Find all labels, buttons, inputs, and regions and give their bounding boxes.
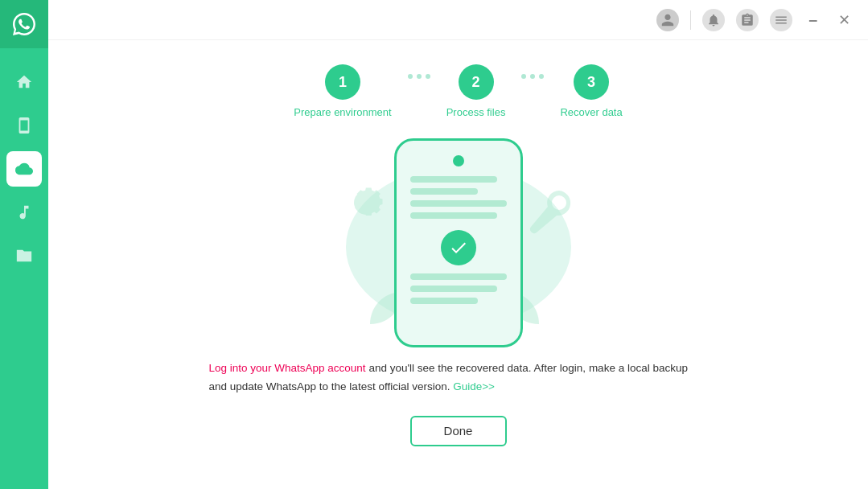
- gear-left-icon: [338, 175, 394, 234]
- dot: [521, 74, 526, 79]
- wrench-right-icon: [523, 183, 571, 242]
- device-icon: [15, 117, 33, 134]
- minimize-button[interactable]: ‒: [804, 11, 822, 29]
- sidebar-item-cloud[interactable]: [6, 151, 42, 187]
- titlebar-divider: [690, 10, 691, 30]
- folder-icon: [15, 247, 33, 265]
- step-2: 2 Process files: [446, 64, 506, 118]
- step-1-circle: 1: [325, 64, 360, 100]
- step-dots-1: [408, 64, 430, 79]
- dot: [530, 74, 535, 79]
- checkmark-circle: [441, 230, 476, 265]
- phone-line: [410, 273, 507, 280]
- dot: [426, 74, 430, 79]
- avatar-icon: [660, 13, 675, 27]
- close-button[interactable]: ✕: [833, 11, 855, 29]
- phone-illustration: [394, 138, 523, 347]
- phone-line: [410, 200, 507, 207]
- step-2-number: 2: [472, 74, 480, 91]
- menu-icon: [774, 13, 788, 27]
- music-icon: [15, 203, 33, 221]
- info-highlight: Log into your WhatsApp account: [209, 362, 366, 374]
- guide-link[interactable]: Guide>>: [453, 380, 495, 392]
- dot: [408, 74, 413, 79]
- dot: [417, 74, 422, 79]
- info-text-block: Log into your WhatsApp account and you'l…: [209, 360, 708, 397]
- step-1-number: 1: [339, 74, 347, 91]
- step-3-number: 3: [587, 74, 595, 91]
- step-3-circle: 3: [574, 64, 609, 100]
- phone-line: [410, 298, 478, 304]
- content-area: 1 Prepare environment 2 Process files: [48, 40, 868, 489]
- sidebar-nav: [6, 48, 42, 489]
- step-1: 1 Prepare environment: [294, 64, 391, 118]
- sidebar: [0, 0, 48, 489]
- phone-line: [410, 176, 497, 183]
- sidebar-item-device[interactable]: [6, 108, 42, 143]
- app-logo[interactable]: [0, 0, 48, 48]
- phone-line: [410, 286, 497, 292]
- illustration: [322, 142, 595, 343]
- sidebar-item-home[interactable]: [6, 64, 42, 100]
- whatsapp-logo-icon: [11, 11, 37, 37]
- done-button[interactable]: Done: [410, 416, 507, 446]
- steps-indicator: 1 Prepare environment 2 Process files: [64, 64, 852, 118]
- step-3: 3 Recover data: [560, 64, 622, 118]
- phone-line: [410, 188, 478, 195]
- menu-button[interactable]: [770, 9, 792, 31]
- sidebar-item-folder[interactable]: [6, 238, 42, 273]
- notification-bell[interactable]: [702, 9, 725, 31]
- main-area: ‒ ✕ 1 Prepare environment 2 Process file…: [48, 0, 868, 489]
- clipboard-button[interactable]: [736, 9, 759, 31]
- dot: [539, 74, 544, 79]
- phone-notch: [453, 155, 464, 166]
- step-3-label: Recover data: [560, 106, 622, 118]
- phone-line: [410, 212, 497, 219]
- cloud-icon: [15, 160, 33, 178]
- clipboard-icon: [740, 13, 755, 27]
- step-2-label: Process files: [446, 106, 506, 118]
- step-dots-2: [521, 64, 544, 79]
- bell-icon: [706, 13, 721, 27]
- phone-content-lines: [410, 176, 507, 219]
- user-avatar[interactable]: [656, 9, 679, 31]
- step-1-label: Prepare environment: [294, 106, 391, 118]
- titlebar: ‒ ✕: [48, 0, 868, 40]
- sidebar-item-music[interactable]: [6, 195, 42, 230]
- phone-content-lines-bottom: [410, 273, 507, 304]
- home-icon: [15, 73, 33, 91]
- step-2-circle: 2: [459, 64, 494, 100]
- check-icon: [449, 238, 468, 257]
